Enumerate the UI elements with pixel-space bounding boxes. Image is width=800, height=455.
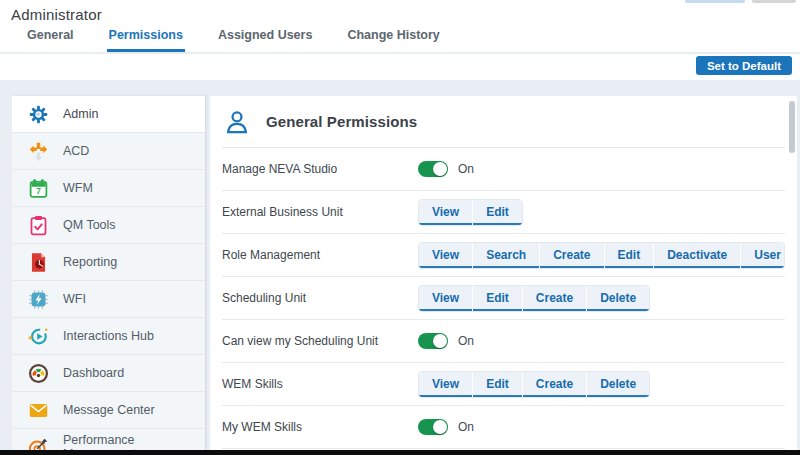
view-permission-button[interactable]: View (419, 200, 472, 225)
play-circle-icon (28, 326, 49, 347)
sidebar-item-label: Performance Management (63, 433, 205, 450)
sidebar-item-dashboard[interactable]: Dashboard (12, 355, 205, 392)
gauge-icon (28, 363, 49, 384)
toggle-wrap: On (418, 333, 474, 349)
toggle-state-label: On (458, 334, 474, 348)
section-title: General Permissions (266, 113, 417, 130)
sidebar-item-qm-tools[interactable]: QM Tools (12, 207, 205, 244)
create-permission-button[interactable]: Create (540, 243, 603, 268)
permission-button-group: ViewEdit (418, 199, 523, 226)
calendar-icon: 7 (28, 178, 49, 199)
permission-label: Role Management (222, 248, 418, 262)
permission-label: External Business Unit (222, 205, 418, 219)
page-title: Administrator (11, 6, 102, 23)
sidebar-item-label: Dashboard (63, 366, 124, 380)
toolbar: Set to Default (0, 54, 800, 80)
permission-label: Can view my Scheduling Unit (222, 334, 418, 348)
permission-row-manage-neva-studio: Manage NEVA StudioOn (222, 148, 785, 191)
permission-label: My WEM Skills (222, 420, 418, 434)
permission-rows: Manage NEVA StudioOnExternal Business Un… (222, 148, 785, 449)
permission-row-scheduling-unit: Scheduling UnitViewEditCreateDelete (222, 277, 785, 320)
envelope-icon (28, 400, 49, 421)
sidebar-item-interactions-hub[interactable]: Interactions Hub (12, 318, 205, 355)
permission-row-external-business-unit: External Business UnitViewEdit (222, 191, 785, 234)
search-permission-button[interactable]: Search (473, 243, 539, 268)
toggle-state-label: On (458, 420, 474, 434)
view-permission-button[interactable]: View (419, 286, 472, 311)
sidebar-item-acd[interactable]: ACD (12, 133, 205, 170)
tab-general[interactable]: General (25, 22, 76, 52)
toggle-knob (433, 420, 447, 434)
permission-button-group: ViewEditCreateDelete (418, 371, 650, 398)
permission-label: WEM Skills (222, 377, 418, 391)
sidebar-item-label: Reporting (63, 255, 117, 269)
sidebar-item-label: Admin (63, 107, 98, 121)
sidebar-item-label: Message Center (63, 403, 155, 417)
create-permission-button[interactable]: Create (523, 286, 586, 311)
delete-permission-button[interactable]: Delete (587, 372, 649, 397)
sidebar-item-wfm[interactable]: 7WFM (12, 170, 205, 207)
section-header: General Permissions (222, 96, 785, 148)
tab-change-history[interactable]: Change History (345, 22, 441, 52)
user-assignment-permission-button[interactable]: User Assignment (741, 243, 785, 268)
clipboard-check-icon (28, 215, 49, 236)
toggle-knob (433, 162, 447, 176)
view-permission-button[interactable]: View (419, 372, 472, 397)
permission-row-role-management: Role ManagementViewSearchCreateEditDeact… (222, 234, 785, 277)
app-window: Administrator GeneralPermissionsAssigned… (0, 0, 800, 455)
deactivate-permission-button[interactable]: Deactivate (654, 243, 740, 268)
permissions-panel: General Permissions Manage NEVA StudioOn… (210, 96, 797, 450)
permission-row-my-wem-skills: My WEM SkillsOn (222, 406, 785, 449)
sidebar-item-label: WFI (63, 292, 86, 306)
toggle-switch-manage-neva-studio[interactable] (418, 161, 448, 177)
sidebar-item-reporting[interactable]: Reporting (12, 244, 205, 281)
chip-bolt-icon (28, 289, 49, 310)
sidebar-item-label: WFM (63, 181, 93, 195)
tab-permissions[interactable]: Permissions (107, 22, 185, 52)
edit-permission-button[interactable]: Edit (473, 286, 522, 311)
svg-text:7: 7 (36, 186, 41, 196)
title-bar: Administrator GeneralPermissionsAssigned… (0, 0, 800, 53)
sidebar: AdminACD7WFMQM ToolsReportingWFIInteract… (12, 96, 205, 450)
permission-button-group: ViewEditCreateDelete (418, 285, 650, 312)
toggle-knob (433, 334, 447, 348)
target-icon (28, 437, 49, 451)
permission-button-group: ViewSearchCreateEditDeactivateUser Assig… (418, 242, 785, 269)
view-permission-button[interactable]: View (419, 243, 472, 268)
sidebar-item-admin[interactable]: Admin (12, 96, 205, 133)
cutoff-button-blue (685, 0, 745, 3)
toggle-wrap: On (418, 161, 474, 177)
create-permission-button[interactable]: Create (523, 372, 586, 397)
set-to-default-button[interactable]: Set to Default (696, 56, 792, 75)
acd-arrows-icon (28, 141, 49, 162)
edit-permission-button[interactable]: Edit (605, 243, 654, 268)
scrollbar-thumb[interactable] (789, 101, 795, 153)
sidebar-item-label: Interactions Hub (63, 329, 154, 343)
tab-assigned-users[interactable]: Assigned Users (216, 22, 314, 52)
toggle-wrap: On (418, 419, 474, 435)
permission-row-can-view-my-scheduling-unit: Can view my Scheduling UnitOn (222, 320, 785, 363)
sidebar-item-label: ACD (63, 144, 89, 158)
permission-row-wem-skills: WEM SkillsViewEditCreateDelete (222, 363, 785, 406)
gear-icon (28, 104, 49, 125)
delete-permission-button[interactable]: Delete (587, 286, 649, 311)
sidebar-item-performance-management[interactable]: Performance Management (12, 429, 205, 450)
report-document-icon (28, 252, 49, 273)
toggle-state-label: On (458, 162, 474, 176)
window-bottom-edge (0, 450, 800, 455)
sidebar-item-message-center[interactable]: Message Center (12, 392, 205, 429)
permission-label: Manage NEVA Studio (222, 162, 418, 176)
sidebar-item-label: QM Tools (63, 218, 116, 232)
cutoff-button-gray (752, 0, 796, 3)
toggle-switch-my-wem-skills[interactable] (418, 419, 448, 435)
content-area: AdminACD7WFMQM ToolsReportingWFIInteract… (0, 80, 800, 450)
edit-permission-button[interactable]: Edit (473, 200, 522, 225)
sidebar-item-wfi[interactable]: WFI (12, 281, 205, 318)
permission-label: Scheduling Unit (222, 291, 418, 305)
edit-permission-button[interactable]: Edit (473, 372, 522, 397)
toggle-switch-can-view-my-scheduling-unit[interactable] (418, 333, 448, 349)
person-icon (224, 109, 250, 135)
tab-bar: GeneralPermissionsAssigned UsersChange H… (25, 22, 473, 52)
